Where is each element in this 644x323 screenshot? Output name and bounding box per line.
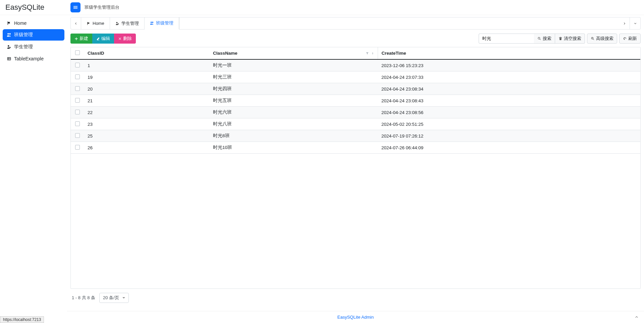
status-bar-url: https://localhost:7213 — [0, 316, 44, 323]
refresh-icon — [623, 37, 627, 41]
table-row[interactable]: 26时光10班2024-07-26 06:44:09 — [71, 142, 640, 154]
tab-label: 学生管理 — [121, 20, 139, 26]
column-label: ClassName — [213, 51, 237, 56]
sidebar-item-label: 学生管理 — [14, 44, 33, 50]
tab-dropdown[interactable] — [630, 17, 641, 30]
button-label: 刷新 — [628, 36, 637, 42]
cell-classid: 19 — [84, 71, 210, 83]
table-row[interactable]: 19时光三班2024-04-24 23:07:33 — [71, 71, 640, 83]
chevron-left-icon — [74, 22, 77, 25]
delete-button[interactable]: 删除 — [114, 34, 136, 44]
cell-createtime: 2024-04-24 23:07:33 — [378, 71, 640, 83]
sidebar-item-label: Home — [14, 20, 26, 26]
trash-icon — [558, 37, 562, 41]
cell-classname: 时光六班 — [210, 107, 378, 118]
cell-classid: 22 — [84, 107, 210, 118]
page-size-select[interactable]: 20 条/页 — [99, 293, 129, 303]
flag-icon — [87, 21, 91, 25]
cell-classid: 20 — [84, 83, 210, 95]
sidebar-item-home[interactable]: Home — [3, 18, 64, 29]
edit-icon — [96, 37, 100, 41]
plus-icon — [74, 37, 78, 41]
row-checkbox[interactable] — [75, 86, 80, 91]
filter-icon[interactable] — [366, 52, 369, 55]
column-header-classname[interactable]: ClassName — [210, 47, 378, 59]
cell-createtime: 2024-07-19 07:26:12 — [378, 130, 640, 142]
tab-scroll-right[interactable] — [619, 17, 630, 30]
footer-link[interactable]: EasySQLite Admin — [337, 315, 374, 320]
table-row[interactable]: 1时光一班2023-12-06 15:23:23 — [71, 59, 640, 71]
table-row[interactable]: 20时光四班2024-04-24 23:08:34 — [71, 83, 640, 95]
cell-createtime: 2024-04-24 23:08:43 — [378, 95, 640, 107]
advanced-search-button[interactable]: 高级搜索 — [587, 34, 617, 44]
sidebar-item-label: 班级管理 — [14, 32, 33, 38]
user-plus-icon — [7, 45, 11, 49]
sidebar-item-class-mgmt[interactable]: 班级管理 — [3, 29, 64, 41]
button-label: 清空搜索 — [564, 36, 581, 42]
tab-scroll-left[interactable] — [70, 17, 81, 30]
users-icon — [7, 33, 11, 37]
sidebar-item-label: TableExample — [14, 56, 44, 61]
table-row[interactable]: 22时光六班2024-04-24 23:08:56 — [71, 107, 640, 118]
cell-createtime: 2024-05-02 20:51:25 — [378, 118, 640, 130]
clear-search-button[interactable]: 清空搜索 — [555, 34, 585, 44]
button-label: 高级搜索 — [596, 36, 613, 42]
data-table: ClassID ClassName CreateTime — [71, 47, 640, 154]
sidebar-item-table-example[interactable]: TableExample — [3, 53, 64, 64]
tab-spacer — [179, 17, 619, 30]
tab-student-mgmt[interactable]: 学生管理 — [110, 17, 145, 29]
row-checkbox[interactable] — [75, 110, 80, 114]
button-label: 新建 — [79, 36, 88, 42]
sidebar: Home 班级管理 学生管理 TableExample — [0, 15, 67, 323]
cell-classname: 时光四班 — [210, 83, 378, 95]
cell-classname: 时光8班 — [210, 130, 378, 142]
button-label: 删除 — [123, 36, 132, 42]
cell-createtime: 2024-04-24 23:08:56 — [378, 107, 640, 118]
button-label: 搜索 — [543, 36, 551, 42]
row-checkbox[interactable] — [75, 145, 80, 150]
table-icon — [7, 56, 11, 61]
table-row[interactable]: 21时光五班2024-04-24 23:08:43 — [71, 95, 640, 107]
cell-classid: 1 — [84, 59, 210, 71]
column-header-classid[interactable]: ClassID — [84, 47, 210, 59]
select-all-checkbox[interactable] — [75, 50, 80, 55]
tab-class-mgmt[interactable]: 班级管理 — [145, 17, 179, 30]
search-plus-icon — [591, 37, 595, 41]
tab-label: 班级管理 — [156, 20, 173, 26]
cell-createtime: 2024-04-24 23:08:34 — [378, 83, 640, 95]
search-button[interactable]: 搜索 — [534, 34, 555, 44]
row-checkbox[interactable] — [75, 121, 80, 126]
cell-classname: 时光10班 — [210, 142, 378, 154]
edit-button[interactable]: 编辑 — [92, 34, 114, 44]
row-checkbox[interactable] — [75, 133, 80, 138]
table-row[interactable]: 23时光八班2024-05-02 20:51:25 — [71, 118, 640, 130]
footer-collapse[interactable] — [635, 315, 639, 320]
cell-classname: 时光八班 — [210, 118, 378, 130]
menu-toggle-button[interactable] — [70, 2, 80, 12]
row-checkbox[interactable] — [75, 98, 80, 103]
sidebar-item-student-mgmt[interactable]: 学生管理 — [3, 41, 64, 53]
bars-icon — [73, 5, 78, 10]
column-header-createtime[interactable]: CreateTime — [378, 47, 640, 59]
cell-classid: 25 — [84, 130, 210, 142]
cell-createtime: 2023-12-06 15:23:23 — [378, 59, 640, 71]
chevron-up-icon — [635, 315, 639, 319]
header-title: 班级学生管理后台 — [85, 4, 119, 10]
button-label: 编辑 — [101, 36, 110, 42]
x-icon — [118, 37, 122, 41]
pagination-info: 1 - 8 共 8 条 — [72, 295, 95, 301]
new-button[interactable]: 新建 — [70, 34, 92, 44]
chevron-down-icon — [634, 22, 637, 25]
row-checkbox[interactable] — [75, 63, 80, 67]
refresh-button[interactable]: 刷新 — [619, 34, 641, 44]
search-input[interactable] — [479, 34, 534, 44]
tab-home[interactable]: Home — [81, 17, 110, 29]
cell-classname: 时光三班 — [210, 71, 378, 83]
users-icon — [150, 21, 154, 25]
row-checkbox[interactable] — [75, 74, 80, 79]
table-row[interactable]: 25时光8班2024-07-19 07:26:12 — [71, 130, 640, 142]
cell-classid: 21 — [84, 95, 210, 107]
app-logo: EasySQLite — [0, 0, 67, 15]
sort-icon[interactable] — [371, 52, 374, 55]
cell-classid: 26 — [84, 142, 210, 154]
